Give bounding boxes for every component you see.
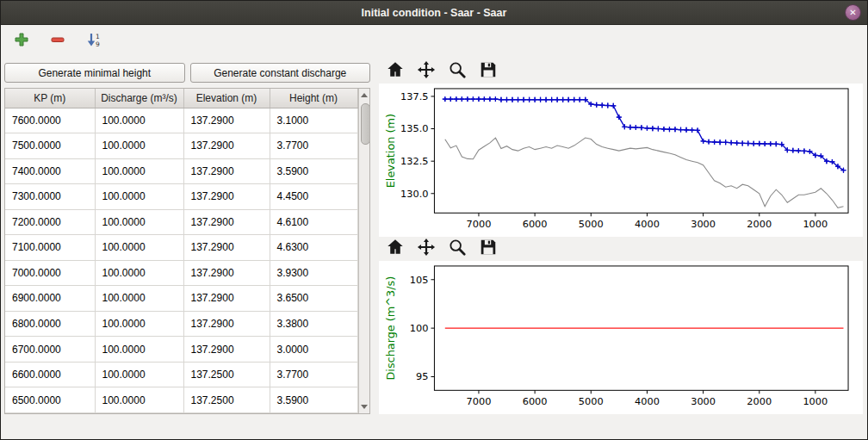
svg-text:6000: 6000 xyxy=(523,395,548,407)
elevation-chart[interactable]: 7000600050004000300020001000130.0132.513… xyxy=(379,84,863,237)
table-cell[interactable]: 6900.0000 xyxy=(5,286,95,312)
table-cell[interactable]: 100.0000 xyxy=(95,108,183,133)
column-header[interactable]: Height (m) xyxy=(270,89,357,108)
table-row[interactable]: 6700.0000100.0000137.29003.0000 xyxy=(5,337,357,363)
table-cell[interactable]: 3.9300 xyxy=(270,260,357,286)
down-arrow-icon xyxy=(361,405,368,409)
svg-text:3000: 3000 xyxy=(691,395,716,407)
column-header[interactable]: Discharge (m³/s) xyxy=(95,89,183,108)
save-button[interactable] xyxy=(475,59,501,82)
app-toolbar: 1 9 xyxy=(1,25,867,56)
table-row[interactable]: 7200.0000100.0000137.29004.6100 xyxy=(5,209,357,235)
remove-row-button[interactable] xyxy=(46,29,70,52)
table-cell[interactable]: 4.6100 xyxy=(270,209,357,235)
zoom-button[interactable] xyxy=(444,59,470,82)
table-cell[interactable]: 3.1000 xyxy=(270,108,357,133)
table-cell[interactable]: 7000.0000 xyxy=(5,260,95,286)
table-cell[interactable]: 137.2900 xyxy=(183,209,270,235)
table-cell[interactable]: 100.0000 xyxy=(95,286,183,312)
table-row[interactable]: 7400.0000100.0000137.29003.5900 xyxy=(5,158,357,184)
table-cell[interactable]: 100.0000 xyxy=(95,337,183,363)
add-row-button[interactable] xyxy=(9,29,34,52)
scroll-down-button[interactable] xyxy=(359,400,370,413)
svg-text:5000: 5000 xyxy=(579,218,604,230)
table-cell[interactable]: 137.2500 xyxy=(183,387,270,413)
table-cell[interactable]: 7600.0000 xyxy=(5,108,95,133)
titlebar[interactable]: Initial condition - Saar - Saar ✕ xyxy=(1,1,867,25)
table-cell[interactable]: 100.0000 xyxy=(95,311,183,337)
pan-icon xyxy=(417,60,436,82)
generate-constant-discharge-button[interactable]: Generate constant discharge xyxy=(190,63,371,83)
table-row[interactable]: 7000.0000100.0000137.29003.9300 xyxy=(5,260,357,286)
table-cell[interactable]: 7500.0000 xyxy=(5,133,95,159)
table-cell[interactable]: 137.2900 xyxy=(183,184,270,210)
pan-button[interactable] xyxy=(413,59,439,82)
table-cell[interactable]: 100.0000 xyxy=(95,133,183,159)
table-cell[interactable]: 3.5900 xyxy=(270,387,357,413)
table-cell[interactable]: 6800.0000 xyxy=(5,311,95,337)
table-cell[interactable]: 3.7700 xyxy=(270,362,357,387)
table-row[interactable]: 7100.0000100.0000137.29004.6300 xyxy=(5,235,357,261)
table-cell[interactable]: 137.2900 xyxy=(183,158,270,184)
left-panel: Generate minimal height Generate constan… xyxy=(1,59,374,414)
elevation-chart-toolbar xyxy=(379,59,864,82)
home-button[interactable] xyxy=(382,59,408,82)
table-cell[interactable]: 137.2900 xyxy=(183,337,270,363)
table-cell[interactable]: 7400.0000 xyxy=(5,158,95,184)
svg-text:7000: 7000 xyxy=(466,218,491,230)
table-cell[interactable]: 4.6300 xyxy=(270,235,357,261)
table-cell[interactable]: 3.7700 xyxy=(270,133,357,159)
table-cell[interactable]: 137.2900 xyxy=(183,260,270,286)
scrollbar-track[interactable] xyxy=(359,102,370,400)
generate-minimal-height-button[interactable]: Generate minimal height xyxy=(4,63,185,83)
table-cell[interactable]: 6600.0000 xyxy=(5,362,95,387)
pan-button[interactable] xyxy=(413,237,439,259)
table-cell[interactable]: 3.0000 xyxy=(270,337,357,363)
table-cell[interactable]: 137.2900 xyxy=(183,235,270,261)
table-cell[interactable]: 3.6500 xyxy=(270,286,357,312)
table-cell[interactable]: 7200.0000 xyxy=(5,209,95,235)
table-cell[interactable]: 137.2900 xyxy=(183,286,270,312)
table-cell[interactable]: 100.0000 xyxy=(95,209,183,235)
table-row[interactable]: 6900.0000100.0000137.29003.6500 xyxy=(5,286,357,312)
table-cell[interactable]: 4.4500 xyxy=(270,184,357,210)
table-cell[interactable]: 137.2900 xyxy=(183,311,270,337)
generate-button-row: Generate minimal height Generate constan… xyxy=(4,63,370,83)
table-cell[interactable]: 7100.0000 xyxy=(5,235,95,261)
sort-rows-button[interactable]: 1 9 xyxy=(82,29,106,52)
table-header-row: KP (m)Discharge (m³/s)Elevation (m)Heigh… xyxy=(5,89,357,108)
scroll-up-button[interactable] xyxy=(359,89,370,102)
table-cell[interactable]: 137.2900 xyxy=(183,108,270,133)
table-cell[interactable]: 100.0000 xyxy=(95,362,183,387)
table-cell[interactable]: 100.0000 xyxy=(95,184,183,210)
table-cell[interactable]: 7300.0000 xyxy=(5,184,95,210)
save-button[interactable] xyxy=(475,237,501,259)
column-header[interactable]: KP (m) xyxy=(5,89,95,108)
home-button[interactable] xyxy=(382,237,408,259)
table-cell[interactable]: 6700.0000 xyxy=(5,337,95,363)
zoom-button[interactable] xyxy=(444,237,470,259)
discharge-chart[interactable]: 700060005000400030002000100095100105Disc… xyxy=(379,261,863,414)
table-cell[interactable]: 3.5900 xyxy=(270,158,357,184)
scrollbar-thumb[interactable] xyxy=(361,103,370,145)
column-header[interactable]: Elevation (m) xyxy=(183,89,270,108)
svg-text:6000: 6000 xyxy=(523,218,548,230)
table-cell[interactable]: 100.0000 xyxy=(95,387,183,413)
table-cell[interactable]: 3.3800 xyxy=(270,311,357,337)
initial-condition-table[interactable]: KP (m)Discharge (m³/s)Elevation (m)Heigh… xyxy=(5,89,358,413)
table-row[interactable]: 6600.0000100.0000137.25003.7700 xyxy=(5,362,357,387)
table-cell[interactable]: 6500.0000 xyxy=(5,387,95,413)
table-row[interactable]: 7500.0000100.0000137.29003.7700 xyxy=(5,133,357,159)
table-row[interactable]: 6800.0000100.0000137.29003.3800 xyxy=(5,311,357,337)
table-cell[interactable]: 100.0000 xyxy=(95,158,183,184)
table-cell[interactable]: 100.0000 xyxy=(95,260,183,286)
table-scrollbar[interactable] xyxy=(358,89,370,413)
table-cell[interactable]: 137.2500 xyxy=(183,362,270,387)
close-button[interactable]: ✕ xyxy=(845,4,861,21)
table-row[interactable]: 7300.0000100.0000137.29004.4500 xyxy=(5,184,357,210)
table-cell[interactable]: 100.0000 xyxy=(95,235,183,261)
initial-condition-table-container: KP (m)Discharge (m³/s)Elevation (m)Heigh… xyxy=(4,88,370,414)
table-row[interactable]: 6500.0000100.0000137.25003.5900 xyxy=(5,387,357,413)
table-cell[interactable]: 137.2900 xyxy=(183,133,270,159)
table-row[interactable]: 7600.0000100.0000137.29003.1000 xyxy=(5,108,357,133)
